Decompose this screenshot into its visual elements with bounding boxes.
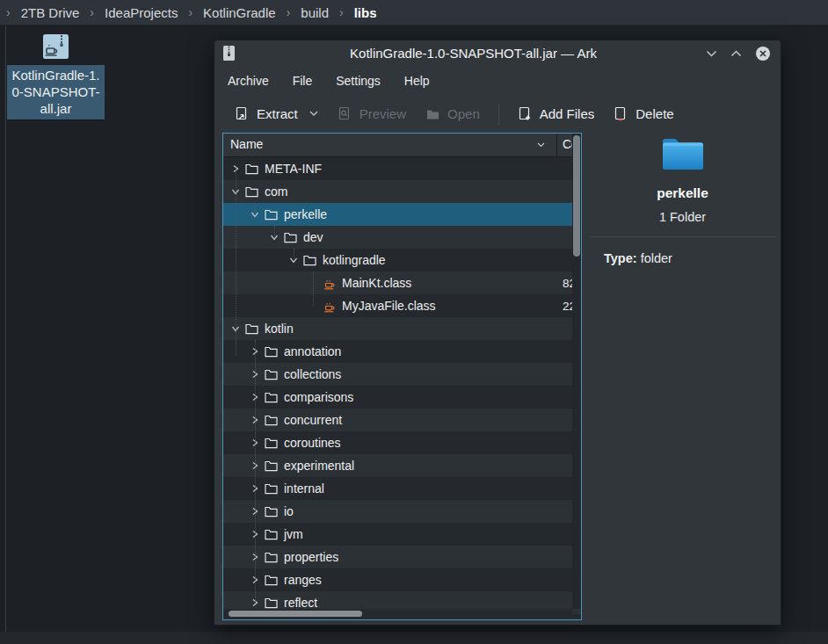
chevron-down-icon[interactable] (250, 209, 260, 220)
minimize-button[interactable] (704, 48, 719, 59)
tree-header[interactable]: Name Co (223, 134, 581, 157)
tree-row[interactable]: ranges (223, 568, 581, 591)
preview-button[interactable]: Preview (328, 100, 416, 127)
tree-row[interactable]: comparisons (223, 386, 581, 409)
menu-help[interactable]: Help (404, 74, 430, 88)
column-separator[interactable] (556, 134, 557, 156)
chevron-right-icon[interactable] (250, 483, 260, 494)
row-label: ranges (284, 573, 322, 587)
chevron-down-icon (309, 111, 318, 117)
tree-row[interactable]: jvm (223, 523, 581, 546)
extract-button[interactable]: Extract (225, 100, 328, 127)
chevron-down-icon[interactable] (269, 232, 280, 242)
chevron-right-icon[interactable] (250, 415, 260, 425)
tree-row[interactable]: dev (223, 226, 581, 249)
desktop-file-jar[interactable]: KotlinGradle-1.0-SNAPSHOT-all.jar (7, 33, 105, 120)
row-label: coroutines (284, 436, 341, 450)
folder-icon (245, 163, 260, 175)
row-label: annotation (284, 344, 341, 358)
chevron-right-icon[interactable] (250, 575, 260, 585)
panel-edge (0, 632, 828, 644)
folder-icon (245, 186, 260, 198)
chevron-down-icon[interactable] (288, 255, 299, 265)
tree-row[interactable]: experimental (223, 454, 581, 477)
folder-icon (265, 552, 280, 563)
row-label: properties (284, 550, 338, 564)
delete-button[interactable]: Delete (604, 100, 683, 127)
row-label: experimental (284, 459, 354, 473)
horizontal-scrollbar-thumb[interactable] (229, 611, 362, 617)
breadcrumb-item[interactable]: libs (354, 5, 377, 20)
tree-row[interactable]: properties (223, 546, 581, 568)
tree-row[interactable]: kotlin (223, 317, 581, 340)
chevron-right-icon[interactable] (230, 163, 241, 174)
tree-row[interactable]: perkelle (223, 203, 581, 226)
tree-row[interactable]: concurrent (223, 409, 581, 431)
chevron-right-icon[interactable] (250, 438, 260, 448)
vertical-scrollbar[interactable] (572, 134, 581, 609)
add-files-button[interactable]: Add Files (508, 100, 605, 127)
tree-row[interactable]: MainKt.class823 (223, 271, 581, 294)
breadcrumb-item[interactable]: KotlinGradle (203, 5, 276, 20)
breadcrumb-item[interactable]: IdeaProjects (105, 5, 178, 20)
open-button[interactable]: Open (416, 100, 490, 127)
menu-settings[interactable]: Settings (336, 74, 381, 88)
horizontal-scrollbar[interactable] (223, 609, 572, 619)
menu-archive[interactable]: Archive (228, 74, 269, 88)
tree-row[interactable]: collections (223, 363, 581, 386)
folder-icon (265, 529, 280, 540)
row-label: comparisons (284, 390, 353, 404)
tree-row[interactable]: MyJavaFile.class221 (223, 294, 581, 317)
toolbar: Extract Preview Open (214, 95, 781, 133)
tree-row[interactable]: com (223, 180, 581, 203)
delete-label: Delete (636, 106, 673, 121)
column-name[interactable]: Name (230, 137, 263, 151)
tree-row[interactable]: coroutines (223, 431, 581, 454)
window-title: KotlinGradle-1.0-SNAPSHOT-all.jar — Ark (243, 46, 704, 61)
breadcrumb-separator-icon: › (188, 5, 192, 19)
tree-row[interactable]: annotation (223, 340, 581, 363)
tree-row[interactable]: kotlingradle (223, 249, 581, 271)
breadcrumb-separator-icon: › (287, 5, 291, 19)
selected-item-summary: 1 Folder (659, 210, 706, 224)
java-class-icon (323, 277, 338, 290)
no-expander (308, 278, 318, 288)
chevron-down-icon[interactable] (230, 186, 241, 197)
tree-row[interactable]: META-INF (223, 157, 581, 180)
folder-icon (265, 392, 280, 403)
titlebar[interactable]: KotlinGradle-1.0-SNAPSHOT-all.jar — Ark (214, 40, 781, 66)
chevron-right-icon[interactable] (250, 460, 260, 471)
tree-row[interactable]: internal (223, 477, 581, 500)
chevron-right-icon[interactable] (250, 529, 260, 539)
open-label: Open (447, 106, 480, 121)
chevron-right-icon[interactable] (250, 369, 260, 380)
delete-icon (614, 106, 628, 121)
breadcrumb-item[interactable]: build (301, 5, 329, 20)
folder-icon (245, 323, 260, 335)
folder-icon (265, 506, 280, 517)
chevron-down-icon[interactable] (230, 323, 241, 334)
type-label: Type: (604, 251, 637, 265)
chevron-right-icon[interactable] (250, 392, 260, 402)
row-label: reflect (284, 596, 317, 610)
close-button[interactable] (753, 44, 773, 63)
row-label: com (265, 185, 287, 199)
menu-file[interactable]: File (293, 74, 313, 88)
extract-icon (235, 106, 250, 121)
tree-row[interactable]: io (223, 500, 581, 523)
type-value: folder (641, 251, 672, 265)
breadcrumb-separator-icon: › (339, 5, 344, 19)
maximize-button[interactable] (729, 48, 744, 59)
tree-body: META-INFcomperkelledevkotlingradleMainKt… (223, 157, 581, 619)
chevron-right-icon[interactable] (250, 506, 260, 517)
vertical-scrollbar-thumb[interactable] (573, 135, 580, 257)
row-label: concurrent (284, 413, 342, 427)
chevron-right-icon[interactable] (250, 597, 260, 608)
folder-icon (284, 232, 299, 243)
folder-icon (265, 438, 280, 449)
sort-indicator-icon (537, 142, 545, 148)
breadcrumb-item[interactable]: 2TB Drive (21, 5, 80, 20)
chevron-right-icon[interactable] (250, 346, 260, 357)
panel-divider (590, 236, 775, 237)
chevron-right-icon[interactable] (250, 552, 260, 562)
